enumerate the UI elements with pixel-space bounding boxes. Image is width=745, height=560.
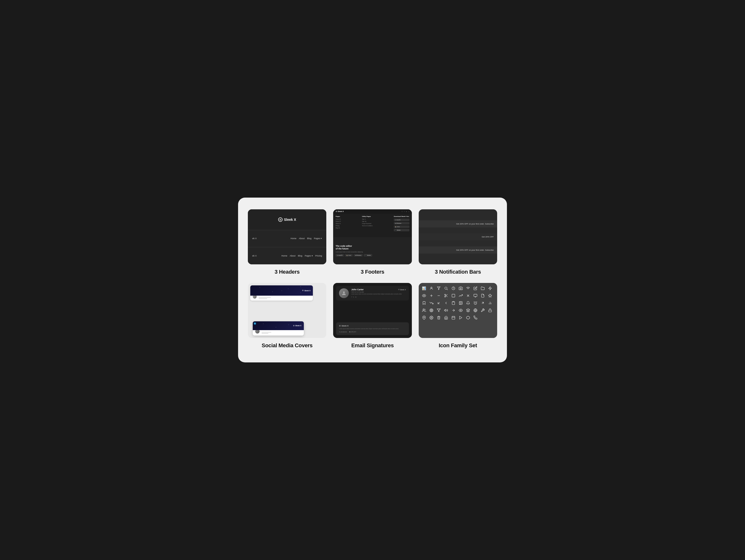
icon-globe — [473, 307, 478, 313]
icons-preview: 📊 — [419, 283, 497, 338]
nav-home[interactable]: Home — [291, 237, 296, 240]
footer-utility-terms: Terms & Conditions — [362, 225, 372, 226]
sig1-name: John Carter — [351, 288, 364, 291]
icon-arrow-right-2 — [451, 307, 456, 313]
notif-text-1: Get 20% OFF on your first order. Subscri… — [456, 223, 494, 225]
icon-star — [487, 293, 493, 299]
icon-user — [428, 285, 434, 291]
icon-wifi — [465, 285, 471, 291]
nav3-blog[interactable]: Blog — [298, 255, 302, 257]
linkedin-cover-dots — [253, 321, 304, 330]
svg-point-35 — [423, 309, 424, 310]
social-preview: 𝕏 ⊙Sleek X — [248, 283, 326, 338]
notif-text-2: Get 20% OFF — [482, 236, 494, 238]
svg-point-47 — [424, 317, 425, 318]
footer-dl-macos[interactable]: ⊙ macOS — [394, 219, 409, 221]
header-bar-2: ek X Home About Blog Pages ▾ — [248, 230, 326, 247]
icon-folder — [480, 285, 486, 291]
footer-col-pages-title: Pages — [335, 216, 341, 217]
footer-topbar-logo: ⊙ Sleek X — [335, 211, 344, 213]
icon-settings — [428, 315, 434, 320]
footer-dl-linux[interactable]: 🐧 Linux — [394, 225, 409, 228]
twitter-profile-lines — [259, 297, 271, 299]
footers-label: 3 Footers — [361, 269, 384, 275]
svg-point-48 — [431, 317, 432, 318]
sig2-text: Lorem ipsum dolor sit amet consectetur e… — [339, 328, 406, 330]
svg-line-31 — [482, 302, 483, 304]
icon-x — [465, 293, 471, 299]
icon-eye2 — [458, 307, 464, 313]
footer-btn-macos[interactable]: ⊙ macOS — [335, 254, 344, 256]
icon-trending-down — [428, 300, 434, 306]
svg-marker-40 — [444, 309, 446, 311]
sig1-fb-icon: f — [351, 296, 352, 298]
icon-layers — [465, 307, 471, 313]
sig1-text: Lorem ipsum dolor sit amet consectetur e… — [351, 293, 406, 295]
svg-line-15 — [446, 296, 447, 297]
sig1-avatar-inner — [339, 288, 349, 298]
svg-marker-23 — [488, 294, 491, 297]
footer-btn-linux[interactable]: 🐧 Linux — [345, 254, 352, 256]
svg-point-12 — [445, 294, 446, 295]
card-notif-bars: Get 20% OFF on your first order. Subscri… — [419, 209, 497, 275]
svg-marker-43 — [466, 309, 469, 310]
nav3-pricing[interactable]: Pricing — [315, 255, 322, 257]
header-bar-3: ek X Home About Blog Pages ▾ Pricing — [248, 247, 326, 265]
icon-home — [443, 315, 449, 320]
footer-col-utility: Utility Pages Sign In Sign Up Forgot Pas… — [362, 216, 372, 235]
svg-point-1 — [431, 287, 432, 288]
headers-label: 3 Headers — [274, 269, 299, 275]
footer-utility-forgot: Forgot Password — [362, 223, 372, 224]
notif-bar-2: Get 20% OFF — [419, 233, 497, 240]
linkedin-profile-lines — [262, 332, 271, 334]
nav-blog[interactable]: Blog — [307, 237, 312, 240]
footer-dl-windows[interactable]: ⊞ Windows — [394, 222, 409, 224]
svg-marker-39 — [437, 309, 440, 312]
icon-trash — [436, 315, 442, 320]
footer-dl-mobile[interactable]: 📱 Mobile — [394, 229, 409, 231]
icon-diamond — [465, 315, 471, 320]
icon-search — [443, 285, 449, 291]
email-preview: John Carter ⊙ Sleek X CEO & Co Founder L… — [333, 283, 412, 338]
icon-arrow-up-right — [480, 300, 486, 306]
icon-clipboard — [451, 300, 456, 306]
footer-link-twitter[interactable]: 𝕏 — [401, 211, 402, 212]
sig2-phone: ☎ (345) 087 - — [349, 331, 357, 333]
icon-bar-chart: 📊 — [421, 285, 427, 291]
profile-line-3 — [262, 332, 271, 333]
twitter-cover-dots — [250, 285, 313, 295]
svg-point-42 — [460, 310, 461, 311]
footer-btn-windows[interactable]: ⊞ Windows — [354, 254, 363, 256]
icon-bookmark — [421, 300, 427, 306]
svg-point-38 — [431, 310, 432, 311]
nav3-home[interactable]: Home — [281, 255, 287, 257]
footer-link-yt[interactable]: ▷ — [409, 211, 410, 212]
card-icons: 📊 — [419, 283, 497, 349]
sig1-title: CEO & Co Founder — [351, 291, 406, 293]
nav3-about[interactable]: About — [290, 255, 295, 257]
sig1-info: John Carter ⊙ Sleek X CEO & Co Founder L… — [351, 288, 406, 298]
nav-pages[interactable]: Pages ▾ — [314, 237, 322, 240]
footer-link-in[interactable]: in — [406, 211, 407, 212]
notif-bar-3: Get 20% OFF on your first order. Subscri… — [419, 247, 497, 254]
nav3-pages[interactable]: Pages ▾ — [305, 255, 313, 257]
icon-image — [458, 300, 464, 306]
svg-marker-7 — [489, 287, 491, 290]
svg-point-27 — [460, 302, 460, 303]
svg-marker-53 — [459, 316, 462, 319]
main-card: ◎ Sleek X ek X Home About Blog Pages ▾ — [238, 197, 507, 363]
svg-line-16 — [445, 295, 446, 295]
footer-topbar-links: 𝕏 f in ▷ — [401, 211, 409, 212]
icon-plus — [428, 293, 434, 299]
header-logo-1: ◎ Sleek X — [278, 217, 296, 222]
footer-btn-mobile[interactable]: 📱 Mobile — [364, 254, 372, 256]
footer-cta-sub: Lorem ipsum dolor sit amet consectetur a… — [335, 251, 363, 253]
icon-edit — [473, 285, 478, 291]
profile-line-1 — [259, 297, 271, 298]
footer-col-utility-title: Utility Pages — [362, 216, 372, 217]
twitter-profile — [250, 295, 313, 301]
nav-about[interactable]: About — [299, 237, 305, 240]
card-email-sig: John Carter ⊙ Sleek X CEO & Co Founder L… — [333, 283, 412, 349]
icon-scissors — [443, 293, 449, 299]
sig1-tw-icon: 𝕏 — [353, 296, 354, 298]
